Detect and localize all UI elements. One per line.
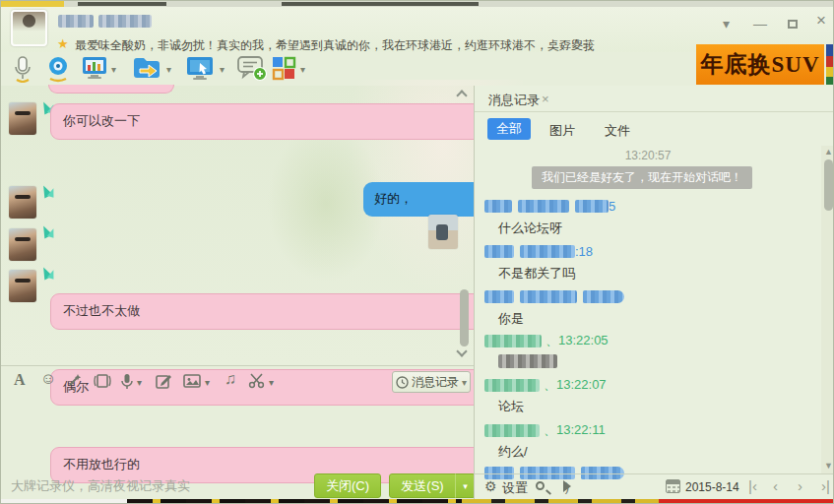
calendar-icon[interactable] [666, 479, 680, 493]
message-input-area[interactable] [1, 396, 474, 472]
next-page-icon[interactable]: › [798, 477, 802, 494]
bubble-decor-sprout-icon [41, 225, 55, 237]
screenshot-icon[interactable] [248, 373, 266, 393]
ad-strip-segment [659, 499, 834, 504]
stats-app-icon[interactable] [82, 55, 107, 85]
history-tabbar: 消息记录 × [475, 86, 834, 112]
send-image-icon[interactable] [183, 373, 201, 393]
history-scroll-down-icon[interactable]: ▼ [824, 461, 833, 471]
screen-share-caret-icon[interactable]: ▾ [220, 64, 225, 75]
sender-row: 、13:22:05 [484, 332, 609, 346]
window-maximize-icon[interactable] [788, 20, 798, 29]
chat-scrollbar-thumb[interactable] [460, 289, 469, 346]
voice-call-icon[interactable] [12, 55, 33, 87]
voice-caret-icon[interactable]: ▾ [137, 377, 142, 388]
self-avatar[interactable] [428, 215, 458, 249]
app-box-caret-icon[interactable]: ▾ [300, 64, 305, 75]
window-menu-caret-icon[interactable]: ▾ [723, 17, 730, 31]
message-text: 不过也不太做 [63, 303, 140, 318]
name-blur-block [98, 15, 152, 28]
name-blur-block [58, 15, 94, 28]
history-date[interactable]: 2015-8-14 [685, 480, 739, 494]
sender-row: 、13:22:11 [484, 421, 606, 435]
name-blur-block [484, 379, 540, 392]
emoticon-icon[interactable]: ☺ [40, 370, 56, 388]
ad-strip-segment [127, 499, 462, 504]
name-blur-block [484, 245, 514, 258]
filter-all-tab[interactable]: 全部 [487, 118, 531, 140]
contact-avatar-large[interactable] [11, 10, 47, 46]
bottom-bar: 大牌记录仪，高清夜视记录真实 关闭(C) 发送(S) ▾ [1, 472, 474, 499]
screenshot-caret-icon[interactable]: ▾ [269, 377, 274, 388]
contact-avatar[interactable] [9, 228, 36, 261]
history-scroll-up-icon[interactable]: ▲ [824, 147, 833, 157]
time-fragment: :18 [575, 244, 593, 259]
window-close-icon[interactable]: × [816, 14, 826, 28]
incoming-message-bubble: 你可以改一下 [50, 103, 523, 140]
message-text: 好的， [374, 191, 413, 206]
history-message: 约么/ [498, 443, 528, 461]
music-icon[interactable]: ♫ [225, 370, 236, 388]
ad-text[interactable]: 大牌记录仪，高清夜视记录真实 [11, 477, 190, 495]
app-box-icon[interactable] [271, 55, 296, 85]
name-blur-block [484, 335, 542, 347]
vip-star-icon: ★ [57, 36, 69, 51]
history-message: 不是都关了吗 [498, 265, 575, 283]
history-message-censored [498, 352, 557, 368]
name-blur-block [484, 290, 514, 303]
stats-app-caret-icon[interactable]: ▾ [111, 64, 116, 75]
chat-message-area[interactable]: 你可以改一下 好的， 不过也不太做 偶尔 不用放也行的 [1, 86, 474, 365]
sunglasses [15, 111, 31, 115]
settings-label[interactable]: 设置 [502, 479, 528, 497]
history-scrollbar[interactable]: ▲ ▼ [821, 146, 834, 473]
create-group-chat-icon[interactable] [237, 55, 267, 86]
censored-block [498, 354, 557, 368]
window-minimize-icon[interactable]: — [753, 17, 767, 31]
history-footer: ⚙ 设置 2015-8-14 |‹ ‹ › ›| [475, 473, 834, 499]
speaker-icon[interactable] [563, 480, 577, 492]
window-nudge-icon[interactable] [93, 373, 112, 393]
handwrite-icon[interactable] [156, 373, 172, 393]
name-blur-block [520, 290, 577, 303]
history-scrollbar-thumb[interactable] [824, 159, 833, 211]
contact-avatar[interactable] [9, 270, 36, 302]
voice-message-icon[interactable] [120, 373, 134, 394]
contact-avatar[interactable] [9, 102, 36, 135]
search-icon[interactable] [536, 481, 545, 490]
ad-banner[interactable]: 年底换SUV [696, 44, 824, 85]
figure [436, 224, 448, 240]
file-transfer-icon[interactable] [132, 55, 161, 85]
screen-share-icon[interactable] [186, 55, 214, 85]
first-page-icon[interactable]: |‹ [748, 477, 757, 494]
history-timestamp: 13:20:57 [475, 149, 821, 162]
input-toolbar: A ☺ ▾ ▾ ♫ ▾ 消息记录 ▾ [1, 366, 474, 396]
sunglasses [15, 237, 31, 241]
history-message: 什么论坛呀 [498, 220, 562, 237]
clock-icon [396, 376, 409, 389]
magic-expression-icon[interactable] [66, 373, 82, 393]
contact-avatar[interactable] [9, 186, 36, 219]
close-button[interactable]: 关闭(C) [314, 473, 381, 498]
video-call-icon[interactable] [46, 55, 70, 87]
last-page-icon[interactable]: ›| [821, 477, 830, 494]
font-format-icon[interactable]: A [14, 371, 26, 389]
message-time: 、13:22:11 [544, 422, 606, 437]
history-filter-tabs: 全部 图片 文件 [475, 112, 834, 146]
bubble-decor-sprout-icon [41, 185, 55, 197]
filter-images-tab[interactable]: 图片 [549, 122, 575, 140]
sender-row: 、13:22:07 [484, 376, 607, 390]
filter-files-tab[interactable]: 文件 [605, 122, 630, 140]
background-ad-strip-bottom [1, 499, 834, 504]
chat-scroll-down-icon[interactable] [456, 346, 467, 356]
settings-gear-icon[interactable]: ⚙ [484, 478, 497, 494]
send-button[interactable]: 发送(S) [389, 473, 456, 498]
image-caret-icon[interactable]: ▾ [205, 377, 210, 388]
prev-page-icon[interactable]: ‹ [773, 477, 778, 494]
send-options-caret-icon[interactable]: ▾ [455, 473, 476, 498]
ad-banner-edge [826, 44, 834, 85]
history-content[interactable]: 13:20:57 我们已经是好友了，现在开始对话吧！ 5 什么论坛呀 :18 不… [475, 146, 821, 473]
history-tab-title[interactable]: 消息记录 [488, 92, 540, 109]
history-tab-close-icon[interactable]: × [542, 92, 549, 106]
message-history-button[interactable]: 消息记录 ▾ [392, 371, 471, 393]
file-transfer-caret-icon[interactable]: ▾ [166, 64, 171, 75]
